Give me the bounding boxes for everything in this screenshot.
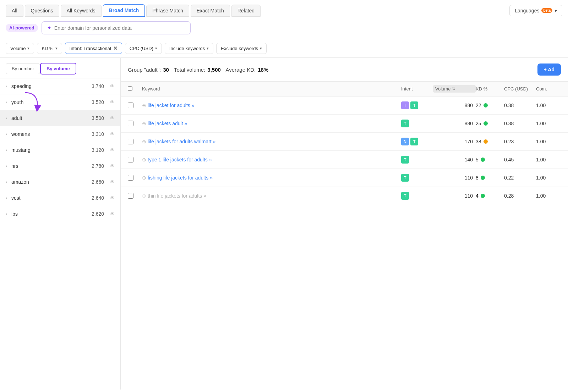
kd-dot-green (484, 121, 488, 126)
eye-icon[interactable]: 👁 (110, 163, 115, 169)
eye-icon[interactable]: 👁 (110, 99, 115, 105)
chevron-right-icon: › (6, 195, 7, 200)
close-icon[interactable]: ✕ (113, 45, 118, 51)
eye-icon[interactable]: 👁 (110, 211, 115, 217)
chevron-down-icon: ▾ (55, 46, 58, 51)
cpc-cell: 0.45 (504, 157, 536, 162)
list-item[interactable]: › youth 3,520 👁 (0, 94, 120, 110)
eye-icon[interactable]: 👁 (110, 195, 115, 201)
languages-button[interactable]: Languages beta ▾ (509, 5, 562, 16)
total-volume-label: Total volume: (171, 67, 205, 73)
domain-input-wrapper[interactable]: ✦ (42, 21, 191, 34)
row-checkbox[interactable] (128, 103, 133, 108)
comp-cell: 1.00 (536, 103, 561, 108)
volume-cell: 880 (433, 103, 476, 108)
chevron-down-icon: ▾ (27, 46, 29, 51)
tab-exact-match[interactable]: Exact Match (191, 5, 230, 17)
list-item[interactable]: › lbs 2,620 👁 (0, 206, 120, 222)
sidebar-list: › speeding 3,740 👁 › youth 3,520 👁 (0, 78, 120, 390)
volume-cell: 170 (433, 139, 476, 144)
keyword-link[interactable]: ⊕ thin life jackets for adults » (142, 193, 401, 199)
tab-questions[interactable]: Questions (25, 5, 59, 17)
tab-related[interactable]: Related (231, 5, 261, 17)
kd-cell: 25 (476, 121, 504, 126)
list-item[interactable]: › speeding 3,740 👁 (0, 78, 120, 94)
header-checkbox-cell (128, 86, 142, 92)
comp-cell: 1.00 (536, 193, 561, 199)
tab-all-keywords[interactable]: All Keywords (61, 5, 102, 17)
domain-input[interactable] (54, 25, 185, 31)
tab-broad-match[interactable]: Broad Match (103, 4, 145, 17)
cpc-cell: 0.38 (504, 121, 536, 126)
row-checkbox[interactable] (128, 157, 133, 162)
list-item[interactable]: › amazon 2,660 👁 (0, 174, 120, 190)
intent-cell: T (401, 174, 433, 182)
eye-icon[interactable]: 👁 (110, 83, 115, 89)
exclude-keywords-filter[interactable]: Exclude keywords ▾ (216, 43, 267, 54)
item-volume: 2,660 (92, 179, 104, 185)
include-keywords-filter[interactable]: Include keywords ▾ (165, 43, 213, 54)
list-item[interactable]: › vest 2,640 👁 (0, 190, 120, 206)
item-volume: 2,620 (92, 211, 104, 217)
list-item[interactable]: › womens 3,310 👁 (0, 126, 120, 142)
domain-bar: AI-powered ✦ (0, 17, 568, 39)
list-item[interactable]: › adult 3,500 👁 (0, 110, 120, 126)
keyword-link[interactable]: ⊕ life jacket for adults » (142, 103, 401, 108)
plus-icon: ⊕ (142, 103, 146, 108)
cpc-filter[interactable]: CPC (USD) ▾ (125, 43, 162, 54)
row-checkbox[interactable] (128, 121, 133, 126)
add-button[interactable]: + Ad (537, 64, 561, 76)
tab-phrase-match[interactable]: Phrase Match (146, 5, 189, 17)
intent-cell: I T (401, 101, 433, 109)
arrow-icon: » (210, 175, 213, 181)
keyword-link[interactable]: ⊕ life jackets for adults walmart » (142, 139, 401, 144)
list-item[interactable]: › mustang 3,120 👁 (0, 142, 120, 158)
cpc-cell: 0.23 (504, 139, 536, 144)
keyword-cell: ⊕ thin life jackets for adults » (142, 193, 401, 199)
intent-filter[interactable]: Intent: Transactional ✕ (65, 43, 122, 54)
chevron-down-icon: ▾ (260, 46, 262, 51)
volume-filter[interactable]: Volume ▾ (6, 43, 34, 54)
intent-cell: T (401, 156, 433, 164)
cpc-cell: 0.38 (504, 103, 536, 108)
table-row: ⊕ life jacket for adults » I T 880 22 0.… (121, 96, 568, 115)
chevron-right-icon: › (6, 148, 7, 153)
keyword-link[interactable]: ⊕ type 1 life jackets for adults » (142, 157, 401, 162)
chevron-down-icon: ▾ (155, 46, 157, 51)
header-volume[interactable]: Volume ⇅ (433, 85, 476, 93)
eye-icon[interactable]: 👁 (110, 131, 115, 137)
header-cpc: CPC (USD) (504, 86, 536, 92)
item-label: amazon (11, 179, 89, 185)
sort-by-volume-button[interactable]: By volume (40, 63, 76, 74)
item-label: mustang (11, 147, 89, 153)
select-all-checkbox[interactable] (128, 86, 132, 91)
row-checkbox[interactable] (128, 193, 133, 199)
avg-kd: 18% (258, 67, 268, 73)
kd-filter[interactable]: KD % ▾ (37, 43, 62, 54)
intent-tag-n: N (401, 138, 409, 145)
sidebar: By number By volume › speeding 3,740 👁 ›… (0, 58, 121, 390)
cpc-cell: 0.28 (504, 193, 536, 199)
kd-dot-green (481, 194, 485, 198)
group-count: 30 (163, 67, 169, 73)
list-item[interactable]: › nrs 2,780 👁 (0, 158, 120, 174)
eye-icon[interactable]: 👁 (110, 147, 115, 153)
comp-cell: 1.00 (536, 121, 561, 126)
languages-label: Languages (515, 8, 539, 13)
checkbox-cell (128, 157, 142, 162)
item-label: vest (11, 195, 89, 201)
item-label: adult (11, 115, 89, 121)
arrow-icon: » (192, 103, 195, 108)
item-volume: 3,740 (92, 83, 104, 89)
group-stats: Group "adult": 30 Total volume: 3,500 Av… (128, 67, 268, 73)
eye-icon[interactable]: 👁 (110, 115, 115, 121)
row-checkbox[interactable] (128, 175, 133, 181)
comp-cell: 1.00 (536, 139, 561, 144)
keyword-link[interactable]: ⊕ life jackets adult » (142, 121, 401, 126)
chevron-right-icon: › (6, 180, 7, 184)
keyword-link[interactable]: ⊕ fishing life jackets for adults » (142, 175, 401, 181)
sort-by-number-button[interactable]: By number (6, 63, 40, 74)
row-checkbox[interactable] (128, 139, 133, 144)
eye-icon[interactable]: 👁 (110, 179, 115, 185)
tab-all[interactable]: All (6, 5, 23, 17)
